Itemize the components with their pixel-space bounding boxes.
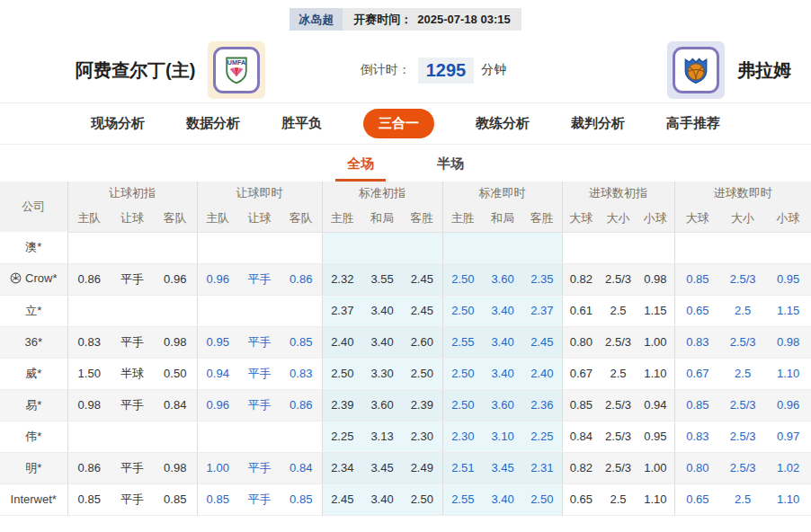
odds-cell: 1.00 (637, 452, 674, 483)
sub-header-3-1: 和局 (483, 205, 522, 232)
odds-cell: 0.82 (562, 263, 600, 295)
odds-cell (67, 232, 111, 263)
odds-cell: 2.45 (402, 295, 442, 326)
odds-cell: 2.5 (720, 358, 765, 389)
odds-cell: 0.96 (765, 389, 811, 421)
odds-cell: 2.49 (402, 452, 442, 483)
odds-table-head: 公司让球初指让球即时标准初指标准即时进球数初指进球数即时主队让球客队主队让球客队… (0, 182, 811, 232)
odds-cell: 2.39 (322, 389, 362, 421)
odds-cell: 0.84 (154, 389, 197, 421)
nav-tab-0[interactable]: 现场分析 (91, 109, 145, 138)
odds-cell: 2.5/3 (600, 389, 637, 421)
subtab-0[interactable]: 全场 (335, 147, 386, 182)
odds-cell: 2.40 (322, 326, 362, 358)
countdown-unit: 分钟 (481, 62, 506, 78)
sub-header-1-0: 主队 (197, 205, 238, 232)
odds-cell: 2.5/3 (720, 326, 765, 358)
odds-cell: 0.85 (674, 263, 720, 295)
top-bar: 冰岛超 开赛时间： 2025-07-18 03:15 (0, 8, 811, 31)
analysis-nav: 现场分析数据分析胜平负三合一教练分析裁判分析高手推荐 (0, 102, 811, 144)
odds-cell: 3.30 (362, 358, 402, 389)
odds-cell: 1.10 (637, 358, 674, 389)
odds-cell: 2.5 (720, 483, 765, 515)
odds-cell: 2.5/3 (600, 421, 637, 452)
odds-cell: 2.5/3 (720, 452, 765, 483)
company-cell: Interwet* (0, 483, 67, 515)
table-row: 明*0.86平手0.981.00平手0.842.343.452.492.513.… (0, 452, 811, 483)
odds-cell: 1.10 (765, 358, 811, 389)
odds-cell: 2.30 (402, 421, 442, 452)
company-label: Interwet* (11, 492, 57, 506)
odds-cell: 2.5 (720, 295, 765, 326)
nav-tab-3[interactable]: 三合一 (363, 109, 434, 138)
odds-cell: 0.67 (674, 358, 720, 389)
group-header-5: 进球数即时 (674, 182, 811, 205)
odds-cell (600, 232, 637, 263)
odds-cell: 0.85 (154, 483, 197, 515)
sub-header-5-0: 大球 (674, 205, 720, 232)
odds-cell: 平手 (111, 326, 154, 358)
odds-cell (674, 232, 720, 263)
nav-tab-1[interactable]: 数据分析 (186, 109, 240, 138)
odds-cell: 0.94 (197, 358, 238, 389)
odds-cell (197, 295, 238, 326)
odds-cell: 0.61 (562, 295, 600, 326)
odds-cell: 2.50 (442, 295, 483, 326)
odds-cell: 0.85 (281, 483, 322, 515)
company-cell: 36* (0, 326, 67, 358)
odds-cell: 2.32 (322, 263, 362, 295)
odds-cell: 1.10 (637, 483, 674, 515)
odds-cell: 0.80 (674, 452, 720, 483)
company-cell: Crow* (0, 263, 67, 295)
table-row: 立*2.373.402.452.503.402.370.612.51.150.6… (0, 295, 811, 326)
subtab-1[interactable]: 半场 (425, 147, 476, 182)
odds-table: 公司让球初指让球即时标准初指标准即时进球数初指进球数即时主队让球客队主队让球客队… (0, 182, 811, 516)
odds-cell: 0.85 (67, 483, 111, 515)
nav-tab-2[interactable]: 胜平负 (281, 109, 322, 138)
odds-cell: 1.00 (197, 452, 238, 483)
company-cell: 明* (0, 452, 67, 483)
odds-cell: 0.85 (562, 389, 600, 421)
odds-cell: 平手 (238, 389, 281, 421)
countdown-value: 1295 (418, 58, 475, 84)
odds-cell: 0.96 (197, 263, 238, 295)
odds-cell: 3.40 (362, 326, 402, 358)
odds-cell: 2.5/3 (720, 389, 765, 421)
odds-cell: 平手 (238, 358, 281, 389)
sub-header-5-2: 小球 (765, 205, 811, 232)
nav-tab-5[interactable]: 裁判分析 (571, 109, 625, 138)
odds-cell: 3.45 (362, 452, 402, 483)
group-header-0: 让球初指 (67, 182, 197, 205)
company-label: 立* (25, 303, 41, 319)
odds-cell (281, 232, 322, 263)
company-label: 明* (25, 460, 41, 476)
odds-cell: 2.5 (600, 295, 637, 326)
odds-cell (562, 232, 600, 263)
header-group-row: 公司让球初指让球即时标准初指标准即时进球数初指进球数即时 (0, 182, 811, 205)
sub-header-3-2: 客胜 (522, 205, 562, 232)
odds-cell: 2.39 (402, 389, 442, 421)
odds-cell: 2.45 (402, 263, 442, 295)
odds-cell: 2.35 (522, 263, 562, 295)
match-header: 阿费查尔丁(主) UMFA 倒计时： 1295 分钟 (0, 38, 811, 102)
odds-cell: 3.60 (483, 389, 522, 421)
odds-cell: 平手 (111, 483, 154, 515)
odds-cell: 0.98 (154, 326, 197, 358)
table-row: 威*1.50半球0.500.94平手0.832.503.302.502.503.… (0, 358, 811, 389)
nav-tab-4[interactable]: 教练分析 (476, 109, 530, 138)
sub-header-2-2: 客胜 (402, 205, 442, 232)
odds-cell: 2.36 (522, 389, 562, 421)
away-crest-icon (673, 47, 719, 93)
odds-cell: 2.25 (522, 421, 562, 452)
odds-cell: 2.5 (600, 483, 637, 515)
odds-cell: 2.50 (322, 358, 362, 389)
odds-cell (238, 232, 281, 263)
group-header-4: 进球数初指 (562, 182, 674, 205)
odds-cell: 0.97 (765, 421, 811, 452)
odds-cell: 2.40 (522, 358, 562, 389)
odds-cell (238, 421, 281, 452)
soccer-ball-icon (10, 272, 22, 284)
nav-tab-6[interactable]: 高手推荐 (666, 109, 720, 138)
sub-header-4-1: 大小 (600, 205, 637, 232)
league-badge: 冰岛超 (290, 8, 343, 31)
